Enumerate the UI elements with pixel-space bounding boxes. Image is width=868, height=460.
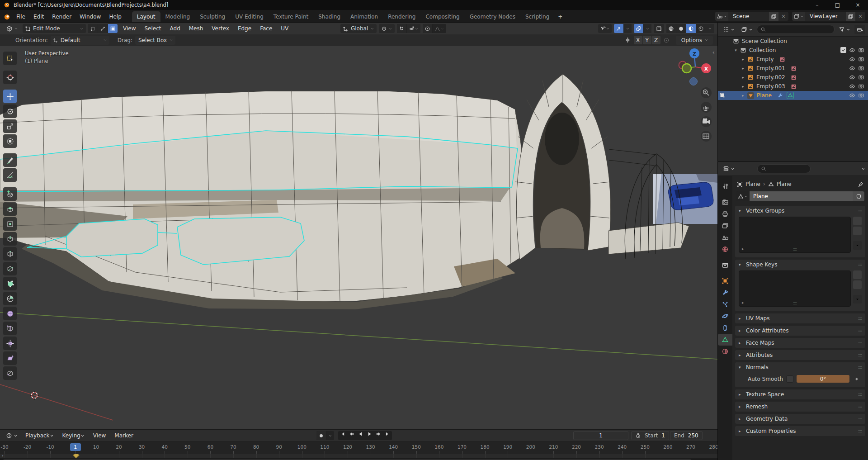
- workspace-tab-modeling[interactable]: Modeling: [160, 11, 195, 22]
- tool-edge-slide[interactable]: [3, 322, 17, 335]
- transport-skip-start-button[interactable]: [338, 431, 347, 440]
- pin-icon[interactable]: [858, 181, 863, 187]
- properties-tab-render[interactable]: [718, 196, 732, 208]
- tool-poly-build[interactable]: [3, 277, 17, 290]
- viewport-menu-view[interactable]: View: [120, 25, 139, 32]
- expander-icon[interactable]: ▸: [741, 75, 745, 80]
- properties-tab-constraint[interactable]: [718, 322, 732, 334]
- menu-render[interactable]: Render: [48, 11, 75, 22]
- panel-header[interactable]: ▸Geometry Data::::: [735, 414, 865, 424]
- channel-expand-icon[interactable]: ›: [2, 454, 4, 458]
- viewport-menu-vertex[interactable]: Vertex: [208, 25, 232, 32]
- properties-tab-world[interactable]: [718, 243, 732, 255]
- shading-material[interactable]: [686, 24, 696, 33]
- disable-render-icon[interactable]: [858, 65, 864, 71]
- hide-viewport-icon[interactable]: [849, 47, 855, 53]
- auto-smooth-angle-field[interactable]: 0°: [797, 375, 849, 383]
- auto-smooth-checkbox[interactable]: [786, 375, 793, 383]
- expander-icon[interactable]: ▸: [741, 66, 745, 71]
- properties-tab-tool[interactable]: [718, 180, 732, 192]
- workspace-tab-compositing[interactable]: Compositing: [420, 11, 464, 22]
- proportional-toggle[interactable]: [423, 24, 432, 33]
- fake-user-button[interactable]: [853, 191, 864, 201]
- workspace-tab-sculpting[interactable]: Sculpting: [195, 11, 230, 22]
- properties-tab-physics[interactable]: [718, 310, 732, 322]
- properties-search-input[interactable]: [757, 164, 811, 173]
- tool-shrink-fatten[interactable]: [3, 337, 17, 350]
- new-collection-button[interactable]: [854, 25, 865, 34]
- transport-play-button[interactable]: [365, 431, 374, 440]
- panel-grip[interactable]: ::::: [858, 404, 862, 409]
- shading-rendered[interactable]: [696, 24, 706, 33]
- mode-dropdown[interactable]: Edit Mode: [23, 24, 86, 33]
- expander-icon[interactable]: ▸: [741, 84, 745, 89]
- tool-shear[interactable]: [3, 351, 17, 365]
- outliner-row-empty-002[interactable]: ▸Empty.002: [718, 73, 868, 82]
- gizmos-dropdown[interactable]: [624, 24, 632, 33]
- maximize-button[interactable]: □: [827, 0, 848, 10]
- close-button[interactable]: ×: [848, 0, 868, 10]
- panel-grip[interactable]: ::::: [858, 429, 862, 433]
- hide-viewport-icon[interactable]: [849, 65, 855, 71]
- tool-spin[interactable]: [3, 292, 17, 305]
- disable-render-icon[interactable]: [858, 47, 864, 53]
- current-frame-indicator[interactable]: 1: [70, 443, 81, 451]
- timeline-editor-type-button[interactable]: [4, 431, 20, 440]
- outliner-row-empty-001[interactable]: ▸Empty.001: [718, 64, 868, 73]
- tool-scale[interactable]: [3, 119, 17, 133]
- gizmos-toggle[interactable]: [614, 24, 623, 33]
- mesh-name-input[interactable]: Plane: [750, 191, 853, 201]
- proportional-size-icon[interactable]: [663, 37, 670, 43]
- blender-menu-icon[interactable]: [3, 14, 12, 22]
- mesh-datablock-icon[interactable]: [736, 191, 750, 201]
- remove-viewlayer-button[interactable]: ×: [855, 13, 865, 19]
- keyframe-diamond[interactable]: [73, 454, 79, 458]
- minimize-button[interactable]: –: [807, 0, 827, 10]
- breadcrumb-data[interactable]: Plane: [777, 181, 792, 187]
- hide-viewport-icon[interactable]: [849, 74, 855, 81]
- shading-dropdown[interactable]: [706, 24, 714, 33]
- disable-render-icon[interactable]: [858, 92, 864, 99]
- workspace-tab-animation[interactable]: Animation: [345, 11, 383, 22]
- transport-play-rev-button[interactable]: [356, 431, 365, 440]
- keyframe-button[interactable]: [853, 376, 861, 382]
- disable-render-icon[interactable]: [858, 74, 864, 81]
- viewport-menu-face[interactable]: Face: [257, 25, 275, 32]
- tool-extrude[interactable]: [3, 202, 17, 216]
- viewport-menu-mesh[interactable]: Mesh: [186, 25, 207, 32]
- tool-add-cube[interactable]: [3, 187, 17, 201]
- expander-icon[interactable]: ▸: [741, 93, 745, 98]
- shading-wireframe[interactable]: [666, 24, 676, 33]
- outliner-row-empty[interactable]: ▸Empty: [718, 55, 868, 64]
- timeline-ruler[interactable]: -30-20-101102030405060708090100110120130…: [0, 441, 717, 454]
- menu-view[interactable]: View: [90, 432, 109, 439]
- properties-tab-modifier[interactable]: [718, 287, 732, 299]
- viewport-editor-type-button[interactable]: [4, 24, 20, 33]
- tool-inset[interactable]: [3, 217, 17, 231]
- properties-tab-particles[interactable]: [718, 299, 732, 310]
- tool-loop-cut[interactable]: [3, 247, 17, 261]
- expander-icon[interactable]: ▸: [741, 57, 745, 62]
- workspace-tab-uv-editing[interactable]: UV Editing: [230, 11, 269, 22]
- panel-grip[interactable]: ::::: [858, 417, 862, 421]
- tool-smooth[interactable]: [3, 307, 17, 320]
- end-frame-field[interactable]: End 250: [670, 431, 703, 440]
- viewport-menu-add[interactable]: Add: [167, 25, 184, 32]
- panel-header[interactable]: ▸Color Attributes::::: [735, 326, 865, 336]
- panel-grip[interactable]: ::::: [858, 365, 862, 370]
- mirror-y-button[interactable]: Y: [643, 36, 651, 44]
- viewlayer-selector[interactable]: ViewLayer ×: [792, 12, 865, 21]
- menu-edit[interactable]: Edit: [29, 11, 48, 22]
- scene-selector[interactable]: Scene ×: [715, 12, 788, 21]
- empty-list-box[interactable]: ▸::::: [739, 270, 851, 307]
- timeline-scrollbar[interactable]: [0, 458, 717, 460]
- disable-render-icon[interactable]: [858, 83, 864, 90]
- xray-toggle[interactable]: [654, 24, 664, 33]
- select-mode-face[interactable]: [108, 24, 118, 33]
- outliner-row-collection[interactable]: ▾Collection: [718, 46, 868, 55]
- properties-tab-viewlayer[interactable]: [718, 220, 732, 232]
- collection-checkbox[interactable]: [840, 47, 846, 53]
- overlays-dropdown[interactable]: [644, 24, 651, 33]
- panel-header[interactable]: ▸Attributes::::: [735, 350, 865, 360]
- select-mode-edge[interactable]: [98, 24, 108, 33]
